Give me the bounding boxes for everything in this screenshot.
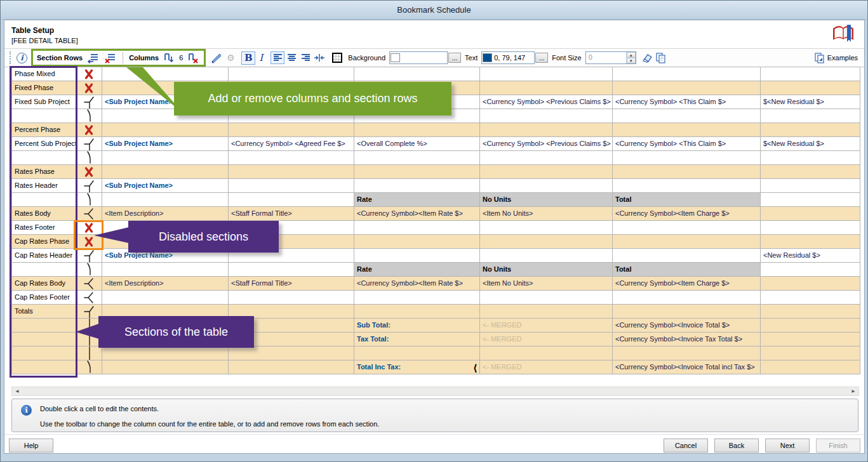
table-cell[interactable] [761,193,860,207]
table-cell[interactable] [102,67,229,81]
table-cell[interactable] [761,346,860,360]
scroll-left-arrow[interactable]: ◄ [12,387,22,395]
font-size-down-button[interactable]: ▼ [627,58,636,63]
table-cell[interactable] [613,221,761,235]
table-cell[interactable]: Sub Total: [354,319,480,333]
table-cell[interactable]: No Units [480,263,613,277]
table-cell[interactable]: $<New Residual $> [761,95,860,109]
table-grid-icon[interactable] [330,51,344,64]
table-cell[interactable]: <New Residual $> [761,249,860,263]
align-right-icon[interactable] [298,51,312,64]
table-cell[interactable] [102,123,229,137]
table-cell[interactable]: Tax Total: [354,333,480,346]
italic-button[interactable]: I [255,51,267,65]
table-cell[interactable] [761,123,860,137]
table-cell[interactable] [354,123,480,137]
table-cell[interactable] [761,221,860,235]
table-cell[interactable] [354,249,480,263]
table-cell[interactable]: <Currency Symbol><Item Rate $> [354,207,480,221]
table-cell[interactable] [480,346,613,360]
table-cell[interactable] [761,333,860,346]
table-cell[interactable] [354,291,480,305]
table-cell[interactable] [229,193,354,207]
table-cell[interactable] [229,165,354,179]
table-cell[interactable] [480,123,613,137]
horizontal-scrollbar[interactable]: ◄ ► [11,386,859,396]
table-cell[interactable]: <Currency Symbol><Invoice Total $> [613,319,761,333]
remove-section-row-button[interactable] [103,51,117,64]
table-cell[interactable]: <- MERGED [480,360,613,374]
table-cell[interactable] [480,151,613,165]
table-cell[interactable] [761,151,860,165]
table-cell[interactable] [354,179,480,193]
table-cell[interactable] [229,263,354,277]
next-button[interactable]: Next [765,439,810,452]
table-cell[interactable] [102,346,229,360]
table-cell[interactable]: <Staff Formal Title> [229,207,354,221]
align-left-icon[interactable] [270,51,284,64]
table-cell[interactable] [229,151,354,165]
table-cell[interactable] [761,165,860,179]
table-cell[interactable] [613,179,761,193]
table-cell[interactable] [354,165,480,179]
table-cell[interactable]: <Currency Symbol><Item Charge $> [613,277,761,291]
table-cell[interactable] [480,179,613,193]
table-cell[interactable]: No Units [480,193,613,207]
table-cell[interactable] [761,207,860,221]
table-cell[interactable] [613,235,761,249]
table-cell[interactable] [480,109,613,123]
table-cell[interactable] [229,360,354,374]
table-cell[interactable] [613,151,761,165]
help-button[interactable]: Help [9,439,53,452]
cancel-button[interactable]: Cancel [664,439,708,452]
table-cell[interactable]: <Currency Symbol><Invoice Total incl Tax… [613,360,761,374]
table-cell[interactable] [102,360,229,374]
table-cell[interactable] [102,165,229,179]
copy-format-icon[interactable] [654,51,668,64]
table-cell[interactable]: <Currency Symbol> <Previous Claims $> [480,95,613,109]
table-cell[interactable]: <Currency Symbol><Item Charge $> [613,207,761,221]
table-cell[interactable]: <Item Description> [102,207,229,221]
align-center-icon[interactable] [284,51,298,64]
section-disabled-cell[interactable] [76,235,102,249]
table-cell[interactable] [480,249,613,263]
table-cell[interactable]: <Staff Formal Title> [229,277,354,291]
text-color-field[interactable]: 0, 79, 147 [481,51,535,64]
scroll-right-arrow[interactable]: ► [848,387,858,395]
table-cell[interactable] [613,67,761,81]
table-cell[interactable] [613,346,761,360]
format-painter-icon[interactable] [210,51,224,64]
remove-column-button[interactable] [186,51,200,64]
table-cell[interactable]: Rate [354,193,480,207]
table-cell[interactable] [613,123,761,137]
table-cell[interactable] [354,235,480,249]
section-disabled-cell[interactable] [76,165,102,179]
table-cell[interactable]: <Currency Symbol><Item Rate $> [354,277,480,291]
section-disabled-cell[interactable] [76,67,102,81]
table-cell[interactable]: $<New Residual $> [761,137,860,151]
add-column-button[interactable] [162,51,176,64]
table-cell[interactable] [613,291,761,305]
background-color-field[interactable] [389,51,448,64]
back-button[interactable]: Back [714,439,759,452]
table-cell[interactable]: <- MERGED [480,333,613,346]
table-cell[interactable]: Total Inc Tax: [354,360,480,374]
table-cell[interactable] [613,305,761,319]
table-cell[interactable] [761,277,860,291]
table-cell[interactable] [613,249,761,263]
font-size-up-button[interactable]: ▲ [627,52,636,58]
add-section-row-button[interactable] [86,51,100,64]
table-cell[interactable] [480,291,613,305]
table-cell[interactable] [354,67,480,81]
section-disabled-cell[interactable] [76,81,102,95]
table-cell[interactable]: Rate [354,263,480,277]
table-cell[interactable] [761,360,860,374]
table-cell[interactable] [761,109,860,123]
table-cell[interactable] [761,67,860,81]
eraser-icon[interactable] [640,51,654,64]
table-cell[interactable]: <Currency Symbol> <This Claim $> [613,95,761,109]
table-cell[interactable] [761,305,860,319]
table-cell[interactable] [229,123,354,137]
font-size-input[interactable]: 0 ▲ ▼ [585,51,636,64]
table-cell[interactable] [613,109,761,123]
